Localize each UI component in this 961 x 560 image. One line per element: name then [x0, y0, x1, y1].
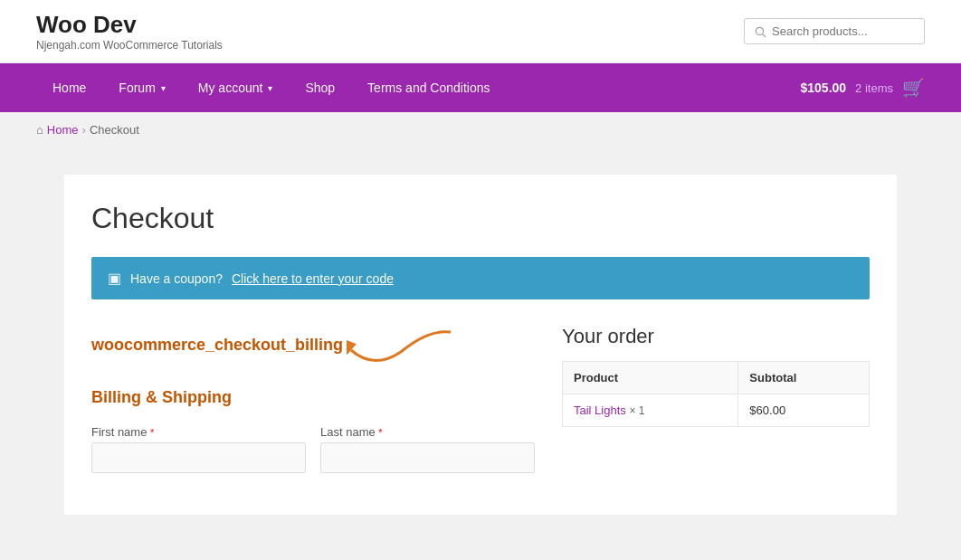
nav-links: Home Forum ▾ My account ▾ Shop Terms and… [36, 66, 507, 109]
annotation-area: woocommerce_checkout_billing [91, 325, 535, 370]
checkout-title: Checkout [91, 202, 870, 235]
your-order-title: Your order [562, 325, 870, 348]
first-name-input[interactable] [91, 442, 306, 473]
cart-count: 2 items [855, 81, 893, 95]
order-column: Your order Product Subtotal Tail Lights … [562, 325, 870, 488]
breadcrumb-current: Checkout [90, 123, 139, 137]
billing-section-label: woocommerce_checkout_billing [91, 336, 343, 355]
main-nav: Home Forum ▾ My account ▾ Shop Terms and… [0, 63, 961, 112]
checkout-card: Checkout ▣ Have a coupon? Click here to … [64, 175, 897, 515]
site-branding: Woo Dev Njengah.com WooCommerce Tutorial… [36, 11, 223, 52]
nav-item-myaccount[interactable]: My account ▾ [182, 66, 290, 109]
billing-column: woocommerce_checkout_billing Billing & S… [91, 325, 535, 488]
last-name-input[interactable] [320, 442, 535, 473]
breadcrumb: ⌂ Home › Checkout [0, 112, 961, 147]
billing-shipping-title: Billing & Shipping [91, 388, 535, 407]
product-cell: Tail Lights × 1 [563, 394, 738, 427]
svg-line-1 [763, 33, 766, 36]
checkout-body: woocommerce_checkout_billing Billing & S… [91, 325, 870, 488]
subtotal-column-header: Subtotal [738, 362, 870, 394]
product-name[interactable]: Tail Lights [574, 403, 626, 417]
coupon-icon: ▣ [108, 270, 121, 287]
annotation-arrow [347, 325, 455, 370]
home-icon: ⌂ [36, 123, 43, 137]
nav-item-forum[interactable]: Forum ▾ [102, 66, 181, 109]
last-name-field: Last name * [320, 425, 535, 473]
product-column-header: Product [563, 362, 738, 394]
required-star-last: * [378, 427, 382, 438]
breadcrumb-separator: › [82, 123, 86, 137]
coupon-text: Have a coupon? [130, 271, 223, 286]
product-qty: × 1 [629, 404, 644, 417]
order-table-header: Product Subtotal [563, 362, 870, 394]
coupon-banner: ▣ Have a coupon? Click here to enter you… [91, 257, 870, 299]
product-price: $60.00 [738, 394, 870, 427]
cart-area[interactable]: $105.00 2 items 🛒 [800, 77, 925, 99]
site-tagline: Njengah.com WooCommerce Tutorials [36, 39, 223, 52]
table-row: Tail Lights × 1 $60.00 [563, 394, 870, 427]
chevron-down-icon: ▾ [268, 83, 272, 93]
required-star: * [150, 427, 154, 438]
first-name-field: First name * [91, 425, 306, 473]
site-header: Woo Dev Njengah.com WooCommerce Tutorial… [0, 0, 961, 63]
order-table: Product Subtotal Tail Lights × 1 $60.00 [562, 361, 870, 427]
form-row-name: First name * Last name * [91, 425, 535, 473]
cart-icon[interactable]: 🛒 [902, 77, 925, 99]
nav-item-shop[interactable]: Shop [289, 66, 351, 109]
nav-item-home[interactable]: Home [36, 66, 102, 109]
main-content: Checkout ▣ Have a coupon? Click here to … [28, 147, 933, 542]
cart-amount: $105.00 [800, 81, 846, 95]
first-name-label: First name * [91, 425, 306, 439]
last-name-label: Last name * [320, 425, 535, 439]
search-input[interactable] [772, 24, 915, 38]
site-title: Woo Dev [36, 11, 223, 39]
chevron-down-icon: ▾ [161, 83, 166, 93]
search-icon [754, 25, 766, 38]
nav-item-terms[interactable]: Terms and Conditions [351, 66, 506, 109]
search-box[interactable] [744, 18, 925, 44]
coupon-link[interactable]: Click here to enter your code [232, 271, 394, 286]
svg-point-0 [756, 27, 763, 34]
breadcrumb-home-link[interactable]: Home [47, 123, 79, 137]
